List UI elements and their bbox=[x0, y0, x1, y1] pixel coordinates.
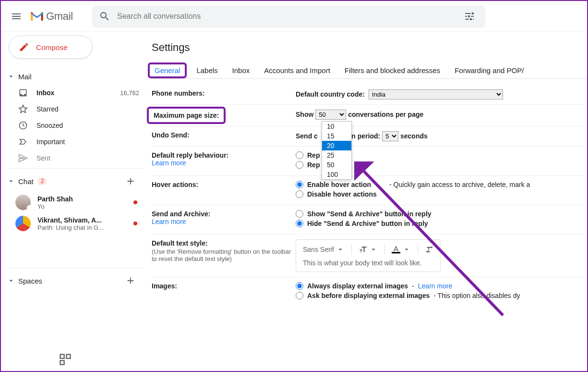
undo-period-select[interactable]: 5 bbox=[382, 131, 398, 141]
unread-indicator bbox=[133, 222, 137, 225]
gmail-wordmark: Gmail bbox=[46, 10, 73, 23]
nav-starred[interactable]: Starred bbox=[5, 101, 145, 117]
spaces-section-header[interactable]: Spaces bbox=[5, 268, 145, 291]
reply-label: Default reply behaviour:Learn more bbox=[152, 151, 296, 171]
search-icon bbox=[99, 11, 110, 22]
avatar bbox=[15, 195, 31, 210]
nav-sent[interactable]: Sent bbox=[5, 150, 145, 166]
hover-label: Hover actions: bbox=[152, 181, 296, 200]
send-icon bbox=[18, 153, 28, 163]
clock-icon bbox=[18, 121, 28, 130]
page-size-option[interactable]: 50 bbox=[322, 160, 351, 170]
font-sample-text: This is what your body text will look li… bbox=[303, 259, 433, 267]
text-size-icon bbox=[359, 245, 367, 254]
gmail-icon bbox=[30, 11, 44, 22]
chat-section-header[interactable]: Chat 2 bbox=[5, 168, 145, 192]
chat-badge: 2 bbox=[37, 177, 48, 185]
reply-all-option[interactable] bbox=[296, 161, 303, 169]
chat-item[interactable]: Vikrant, Shivam, A... Parth: Using chat … bbox=[5, 213, 145, 234]
settings-panel: Settings General Labels Inbox Accounts a… bbox=[145, 32, 587, 371]
images-always-option[interactable] bbox=[296, 282, 303, 290]
nav-snoozed[interactable]: Snoozed bbox=[5, 117, 145, 134]
font-family-button[interactable]: Sans Serif bbox=[303, 245, 345, 254]
caret-down-icon bbox=[7, 177, 15, 186]
svg-rect-1 bbox=[392, 252, 400, 253]
hover-enable-option[interactable] bbox=[296, 181, 303, 188]
archive-learn-more[interactable]: Learn more bbox=[152, 218, 186, 225]
page-title: Settings bbox=[152, 41, 587, 54]
archive-label: Send and Archive:Learn more bbox=[152, 210, 296, 229]
page-size-option[interactable]: 25 bbox=[322, 150, 351, 160]
font-color-button[interactable] bbox=[392, 245, 411, 254]
search-options-button[interactable] bbox=[460, 7, 479, 26]
reply-option[interactable] bbox=[296, 151, 303, 159]
tab-accounts[interactable]: Accounts and Import bbox=[263, 62, 331, 78]
page-size-select[interactable]: 50 bbox=[315, 110, 346, 120]
svg-rect-2 bbox=[60, 355, 64, 359]
page-size-option[interactable]: 100 bbox=[322, 170, 351, 179]
font-size-button[interactable] bbox=[359, 245, 378, 254]
new-space-button[interactable] bbox=[124, 274, 137, 287]
inbox-icon bbox=[18, 88, 28, 98]
compose-label: Compose bbox=[36, 43, 68, 51]
compose-icon bbox=[19, 42, 29, 52]
grid-view-icon[interactable] bbox=[59, 353, 72, 366]
caret-down-icon bbox=[336, 245, 345, 254]
app-header: Gmail bbox=[1, 1, 587, 32]
svg-rect-4 bbox=[60, 360, 64, 364]
caret-down-icon bbox=[7, 72, 15, 81]
textstyle-label: Default text style:(Use the 'Remove form… bbox=[152, 239, 296, 272]
nav-inbox[interactable]: Inbox 16,762 bbox=[5, 85, 145, 101]
archive-show-option[interactable] bbox=[296, 210, 303, 218]
plus-icon bbox=[125, 176, 136, 186]
settings-tabs: General Labels Inbox Accounts and Import… bbox=[152, 62, 587, 79]
nav-important[interactable]: Important bbox=[5, 134, 145, 150]
tab-filters[interactable]: Filters and blocked addresses bbox=[344, 62, 441, 78]
images-learn-more[interactable]: Learn more bbox=[418, 282, 453, 290]
hover-disable-option[interactable] bbox=[296, 190, 303, 198]
menu-icon bbox=[11, 11, 22, 22]
tab-labels[interactable]: Labels bbox=[195, 62, 218, 78]
page-size-dropdown[interactable]: 1015202550100 bbox=[322, 121, 352, 180]
page-size-option[interactable]: 20 bbox=[322, 141, 351, 150]
unread-indicator bbox=[133, 200, 137, 204]
plus-icon bbox=[125, 275, 136, 286]
star-icon bbox=[18, 104, 28, 114]
tab-forwarding[interactable]: Forwarding and POP/ bbox=[454, 62, 525, 78]
svg-rect-3 bbox=[66, 355, 70, 359]
page-size-option[interactable]: 15 bbox=[322, 131, 351, 141]
compose-button[interactable]: Compose bbox=[9, 36, 93, 59]
important-icon bbox=[18, 137, 28, 147]
main-menu-button[interactable] bbox=[5, 5, 28, 28]
sidebar: Compose Mail Inbox 16,762 Starred Snooze… bbox=[1, 32, 145, 371]
page-size-label: Maximum page size: bbox=[152, 110, 296, 121]
tab-general[interactable]: General bbox=[152, 62, 183, 78]
tab-inbox[interactable]: Inbox bbox=[231, 62, 251, 78]
new-chat-button[interactable] bbox=[124, 174, 137, 188]
clear-format-icon bbox=[425, 245, 433, 254]
search-input[interactable] bbox=[117, 12, 460, 21]
page-size-option[interactable]: 10 bbox=[322, 122, 351, 131]
caret-down-icon bbox=[402, 245, 411, 254]
search-bar[interactable] bbox=[92, 5, 486, 27]
gmail-logo[interactable]: Gmail bbox=[30, 10, 73, 23]
caret-down-icon bbox=[369, 245, 378, 254]
reply-learn-more[interactable]: Learn more bbox=[152, 159, 186, 167]
phone-label: Phone numbers: bbox=[152, 89, 296, 99]
font-toolbar: Sans Serif This is what your body text w… bbox=[296, 239, 441, 272]
images-label: Images: bbox=[152, 282, 296, 301]
chat-item[interactable]: Parth Shah Yo bbox=[5, 192, 145, 213]
avatar bbox=[15, 216, 31, 231]
tune-icon bbox=[464, 11, 475, 22]
archive-hide-option[interactable] bbox=[296, 220, 303, 227]
text-color-icon bbox=[392, 245, 400, 254]
clear-formatting-button[interactable] bbox=[425, 245, 433, 254]
images-ask-option[interactable] bbox=[296, 292, 303, 299]
mail-section-header[interactable]: Mail bbox=[5, 68, 145, 85]
country-code-select[interactable]: India bbox=[369, 89, 503, 99]
undo-label: Undo Send: bbox=[152, 131, 296, 141]
caret-down-icon bbox=[7, 276, 15, 285]
